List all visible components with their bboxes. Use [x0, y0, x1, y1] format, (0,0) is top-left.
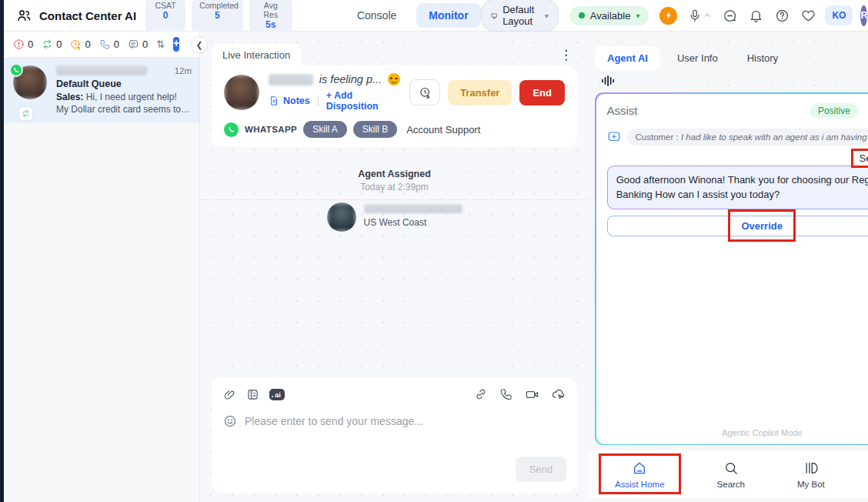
emoji-icon[interactable] [223, 414, 237, 428]
boost-button[interactable] [659, 7, 677, 25]
count-calls[interactable]: 0 [99, 38, 119, 50]
tab-agent-ai[interactable]: Agent AI [595, 46, 660, 70]
skill-badge: Skill B [353, 121, 397, 138]
notes-icon [269, 95, 279, 106]
live-interaction-panel: Live Interaction ⋮ is feeling p... [200, 32, 589, 502]
count-urgent[interactable]: 0 [13, 38, 33, 50]
agent-name-redacted [364, 204, 462, 213]
lightning-icon [664, 11, 673, 20]
stat-completed: Completed 5 [192, 0, 243, 32]
conversation-timestamp: 12m [175, 66, 192, 75]
assigned-agent-row: US West Coast [212, 202, 577, 232]
whatsapp-channel-icon [9, 63, 23, 77]
nav-search[interactable]: Search [714, 460, 748, 489]
stat-csat: CSAT 0 [145, 0, 185, 32]
add-disposition-button[interactable]: + Add Disposition [326, 90, 400, 112]
end-button[interactable]: End [519, 80, 565, 105]
customer-label: Customer : [636, 132, 679, 142]
layout-selector[interactable]: Default Layout ▾ [481, 0, 559, 32]
brand: Contact Center AI [16, 8, 136, 23]
bell-icon[interactable] [749, 8, 763, 23]
agent-ai-panel: Agent AI User Info History Assist [589, 32, 868, 502]
assist-title: Assist [607, 104, 638, 117]
notes-button[interactable]: Notes [269, 95, 310, 106]
tab-monitor[interactable]: Monitor [416, 3, 480, 28]
video-call-icon[interactable] [525, 387, 539, 402]
event-time: Today at 2:39pm [212, 182, 577, 192]
count-value: 0 [114, 38, 119, 50]
conversation-list-item[interactable]: 12m Default Queue Sales: Hi, I need urge… [4, 58, 199, 123]
canned-response-icon[interactable] [246, 388, 259, 401]
whatsapp-phone-glyph [12, 66, 20, 74]
message-composer: ai Please enter to send your message... … [212, 377, 577, 493]
customer-utterance: Customer : I had like to speak with an a… [627, 129, 868, 146]
transfer-button[interactable]: Transfer [448, 80, 512, 105]
count-transfers[interactable]: 0 [42, 38, 62, 50]
tab-console[interactable]: Console [357, 9, 396, 22]
snooze-button[interactable] [409, 79, 440, 105]
mic-control[interactable] [688, 8, 711, 22]
stat-value: 5 [199, 10, 235, 21]
message-icon [128, 38, 139, 50]
agent-avatar [327, 202, 356, 232]
sort-icon[interactable]: ⇅ [156, 38, 165, 50]
event-title: Agent Assigned [212, 169, 577, 179]
new-conversation-button[interactable]: + [173, 37, 179, 52]
attachment-icon[interactable] [223, 388, 236, 401]
call-icon[interactable] [499, 387, 513, 401]
count-value: 0 [28, 38, 33, 50]
voice-waveform-icon[interactable] [600, 75, 617, 87]
availability-label: Available [590, 10, 631, 22]
suggestion-bubble-border: Good afternoon Winona! Thank you for cho… [607, 166, 868, 209]
interaction-header-card: is feeling p... Notes + Add Disposition [212, 65, 577, 147]
wink-emoji-icon [388, 73, 400, 85]
count-messages[interactable]: 0 [128, 38, 148, 50]
skill-badge: Skill A [303, 121, 347, 138]
stat-value: 0 [153, 10, 178, 21]
count-value: 0 [142, 38, 148, 50]
user-avatar[interactable]: R [860, 5, 867, 26]
override-button[interactable]: Override [607, 216, 868, 236]
chevron-down-icon: ▾ [545, 12, 549, 20]
microphone-icon [688, 8, 702, 22]
transfer-icon [22, 109, 30, 118]
count-value: 0 [85, 38, 90, 50]
preview-label: Sales: [56, 92, 83, 102]
collapse-sidebar-button[interactable]: ❮ [191, 36, 208, 53]
help-icon[interactable] [775, 8, 790, 23]
more-options-icon[interactable]: ⋮ [555, 47, 577, 63]
nav-label: My Bot [797, 480, 825, 489]
stat-label: Avg Res [257, 1, 285, 19]
clock-icon [419, 86, 432, 99]
snooze-clock-icon [70, 38, 82, 50]
count-snoozed[interactable]: 0 [70, 38, 90, 50]
assist-card: Assist Positive Customer : I had like to… [596, 94, 868, 444]
whatsapp-icon [224, 122, 239, 137]
screen-share-icon[interactable] [551, 387, 566, 402]
link-icon[interactable] [474, 387, 488, 401]
monitor-icon [491, 10, 498, 22]
layout-label: Default Layout [502, 4, 539, 27]
chat-icon[interactable] [723, 8, 737, 23]
stat-value: 5s [257, 19, 285, 30]
customer-name-redacted [269, 74, 313, 85]
stat-label: Completed [199, 1, 235, 10]
nav-label: Assist Home [615, 480, 665, 489]
app-title: Contact Center AI [39, 9, 136, 22]
heart-icon[interactable] [801, 8, 816, 23]
nav-assist-home[interactable]: Assist Home [612, 460, 668, 489]
tab-user-info[interactable]: User Info [665, 46, 730, 70]
availability-selector[interactable]: Available ▾ [569, 6, 649, 25]
ko-badge[interactable]: KO [825, 5, 853, 25]
nav-my-bot[interactable]: My Bot [794, 460, 828, 489]
tab-history[interactable]: History [735, 46, 790, 70]
message-input[interactable]: Please enter to send your message... [223, 414, 566, 428]
agent-assigned-event: Agent Assigned Today at 2:39pm [212, 169, 577, 192]
queue-name: Default Queue [56, 79, 192, 89]
live-interaction-tab[interactable]: Live Interaction [212, 44, 301, 65]
ai-assist-icon[interactable]: ai [269, 389, 285, 400]
send-button[interactable]: Send [516, 457, 566, 482]
channel-label: WHATSAPP [245, 125, 297, 134]
contacts-icon [16, 8, 32, 23]
sentiment-text: is feeling p... [319, 73, 382, 85]
